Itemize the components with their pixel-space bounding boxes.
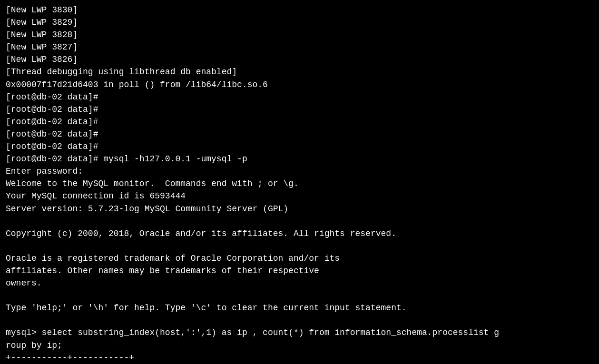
terminal-line: [Thread debugging using libthread_db ena…: [6, 66, 593, 78]
terminal-line: [root@db-02 data]#: [6, 128, 593, 140]
terminal-line: Your MySQL connection id is 6593444: [6, 190, 593, 202]
terminal-line: 0x00007f17d21d6403 in poll () from /lib6…: [6, 79, 593, 91]
terminal-line: [6, 240, 593, 252]
terminal-line: Welcome to the MySQL monitor. Commands e…: [6, 177, 593, 190]
terminal-line: [root@db-02 data]#: [6, 103, 593, 116]
terminal-line: Enter password:: [6, 165, 593, 177]
terminal-line: +-----------+-----------+: [6, 352, 593, 364]
terminal-line: [New LWP 3826]: [6, 53, 593, 66]
terminal-line: [root@db-02 data]#: [6, 91, 593, 103]
terminal-line: [6, 215, 593, 227]
terminal-line: Copyright (c) 2000, 2018, Oracle and/or …: [6, 227, 593, 240]
terminal-line: roup by ip;: [6, 339, 593, 352]
terminal-line: [6, 289, 593, 302]
terminal-line: [New LWP 3828]: [6, 29, 593, 41]
terminal-line: [New LWP 3830]: [6, 4, 593, 16]
terminal-line: [6, 314, 593, 326]
terminal-line: [root@db-02 data]#: [6, 140, 593, 153]
terminal-line: [New LWP 3827]: [6, 41, 593, 53]
terminal-line: affiliates. Other names may be trademark…: [6, 265, 593, 277]
terminal-line: [root@db-02 data]#: [6, 116, 593, 128]
terminal-line: owners.: [6, 277, 593, 289]
terminal-line: mysql> select substring_index(host,':',1…: [6, 326, 593, 339]
terminal-line: Type 'help;' or '\h' for help. Type '\c'…: [6, 302, 593, 314]
terminal-window: [New LWP 3830][New LWP 3829][New LWP 382…: [6, 4, 593, 364]
terminal-line: [New LWP 3829]: [6, 16, 593, 29]
terminal-line: Server version: 5.7.23-log MySQL Communi…: [6, 203, 593, 215]
terminal-line: [root@db-02 data]# mysql -h127.0.0.1 -um…: [6, 153, 593, 165]
terminal-line: Oracle is a registered trademark of Orac…: [6, 252, 593, 265]
